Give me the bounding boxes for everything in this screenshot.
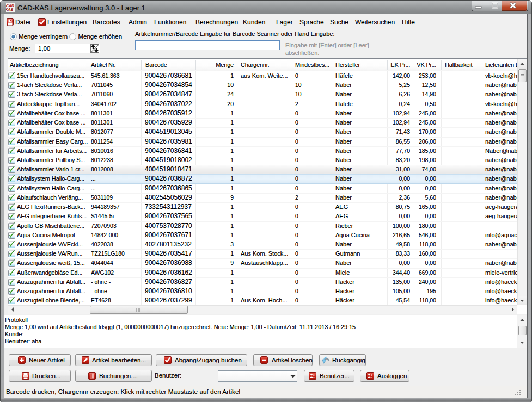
svg-text:CAD: CAD (6, 4, 15, 8)
svg-text:KAS: KAS (6, 8, 14, 11)
